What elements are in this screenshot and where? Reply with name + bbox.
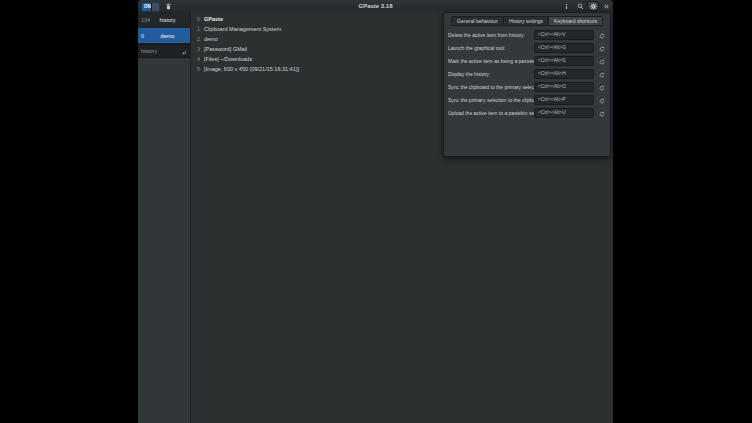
new-history-input[interactable] (141, 48, 181, 54)
shortcut-label: Delete the active item from history: (448, 32, 534, 38)
empty-history-button[interactable] (162, 1, 174, 11)
clipboard-item-index: 0 (197, 16, 201, 22)
clipboard-item-text: Clipboard Management System (204, 26, 281, 32)
shortcut-reset-button[interactable] (597, 95, 606, 104)
tracking-switch-label: ON (144, 4, 151, 9)
shortcut-reset-button[interactable] (597, 43, 606, 52)
tab-keyboard-shortcuts[interactable]: Keyboard shortcuts (549, 16, 603, 26)
about-button[interactable] (560, 1, 572, 11)
sidebar-history-item[interactable]: 6demo (138, 28, 190, 44)
clipboard-item-index: 1 (197, 26, 201, 32)
shortcut-reset-button[interactable] (597, 108, 606, 117)
close-icon (603, 3, 610, 10)
settings-button[interactable] (587, 1, 599, 11)
clipboard-item-text: GPaste (204, 16, 223, 22)
shortcut-value-field[interactable]: <Ctrl><Alt>G (534, 43, 594, 53)
search-icon (577, 3, 584, 10)
history-item-name: demo (155, 33, 190, 39)
gpaste-window: ON GPaste 3.18 (138, 0, 613, 423)
shortcut-value-field[interactable]: <Ctrl><Alt>U (534, 108, 594, 118)
shortcut-value-field[interactable]: <Ctrl><Alt>V (534, 30, 594, 40)
shortcut-label: Display the history: (448, 71, 534, 77)
clipboard-item-index: 5 (197, 66, 201, 72)
tracking-switch-knob (151, 3, 159, 11)
shortcut-row: Sync the primary selection to the clipbo… (444, 93, 610, 106)
shortcut-value-field[interactable]: <Ctrl><Alt>H (534, 69, 594, 79)
shortcut-value-field[interactable]: <Ctrl><Alt>P (534, 95, 594, 105)
shortcut-label: Sync the primary selection to the clipbo… (448, 97, 534, 103)
shortcut-row: Display the history:<Ctrl><Alt>H (444, 67, 610, 80)
window-title: GPaste 3.18 (138, 3, 613, 9)
tab-general-behaviour[interactable]: General behaviour (451, 16, 504, 26)
shortcut-rows: Delete the active item from history:<Ctr… (444, 28, 610, 119)
new-history-entry[interactable] (138, 44, 190, 58)
shortcut-label: Sync the clipboard to the primary select… (448, 84, 534, 90)
enter-arrow-icon (181, 42, 187, 60)
shortcut-row: Sync the clipboard to the primary select… (444, 80, 610, 93)
clipboard-item-index: 2 (197, 36, 201, 42)
sidebar-history-list: 134history6demo (138, 12, 190, 44)
shortcut-label: Mark the active item as being a password… (448, 58, 534, 64)
shortcut-label: Launch the graphical tool: (448, 45, 534, 51)
info-icon (563, 3, 570, 10)
clipboard-item-text: [Files] ~/Downloads (204, 56, 252, 62)
sidebar: 134history6demo (138, 12, 191, 423)
shortcut-row: Launch the graphical tool:<Ctrl><Alt>G (444, 41, 610, 54)
history-item-count: 6 (138, 33, 155, 39)
clipboard-item-text: [Password] GMail (204, 46, 247, 52)
shortcut-reset-button[interactable] (597, 30, 606, 39)
clipboard-item-index: 3 (197, 46, 201, 52)
clipboard-item-text: [Image, 600 x 450 (09/21/15 16:31:41)] (204, 66, 299, 72)
sidebar-history-item[interactable]: 134history (138, 12, 190, 28)
settings-panel: General behaviourHistory settingsKeyboar… (443, 12, 611, 157)
shortcut-reset-button[interactable] (597, 82, 606, 91)
clipboard-item-index: 4 (197, 56, 201, 62)
shortcut-label: Upload the active item to a pastebin ser… (448, 110, 534, 116)
shortcut-reset-button[interactable] (597, 69, 606, 78)
tab-history-settings[interactable]: History settings (504, 16, 549, 26)
trash-icon (165, 3, 172, 10)
reset-icon (599, 105, 605, 120)
gear-icon (590, 3, 597, 10)
history-item-count: 134 (138, 17, 155, 23)
shortcut-value-field[interactable]: <Ctrl><Alt>O (534, 82, 594, 92)
close-window-button[interactable] (601, 1, 611, 11)
history-item-name: history (155, 17, 190, 23)
search-button[interactable] (574, 1, 586, 11)
shortcut-row: Mark the active item as being a password… (444, 54, 610, 67)
tracking-switch[interactable]: ON (141, 2, 160, 12)
settings-tabs: General behaviourHistory settingsKeyboar… (444, 16, 610, 26)
clipboard-item-text: demo (204, 36, 218, 42)
shortcut-row: Upload the active item to a pastebin ser… (444, 106, 610, 119)
shortcut-reset-button[interactable] (597, 56, 606, 65)
shortcut-row: Delete the active item from history:<Ctr… (444, 28, 610, 41)
shortcut-value-field[interactable]: <Ctrl><Alt>S (534, 56, 594, 66)
